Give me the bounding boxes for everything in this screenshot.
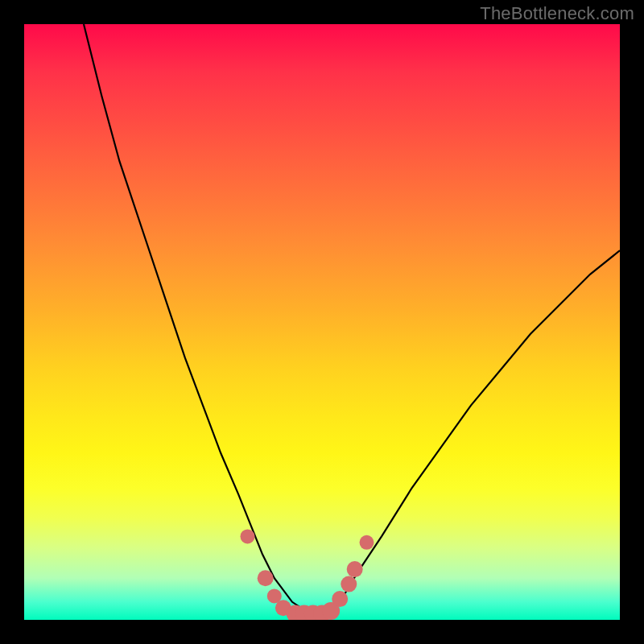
marker-dot (341, 576, 357, 592)
marker-dot (332, 591, 348, 607)
watermark-text: TheBottleneck.com (480, 3, 634, 24)
chart-svg (24, 24, 620, 620)
chart-frame: TheBottleneck.com (0, 0, 644, 644)
marker-dot (360, 535, 374, 550)
plot-area (24, 24, 620, 620)
marker-dot (347, 561, 363, 577)
marker-dot (258, 570, 274, 586)
marker-dot (241, 529, 255, 543)
curve-line (84, 24, 620, 614)
marker-group (241, 529, 374, 620)
